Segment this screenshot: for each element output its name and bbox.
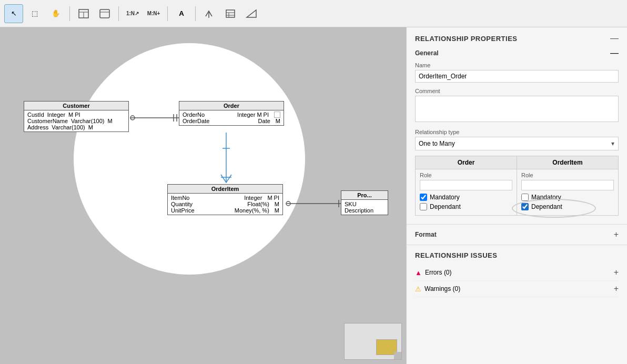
- entity-customer-body: CustIdIntegerM PI CustomerNameVarchar(10…: [24, 110, 128, 132]
- tool-pan[interactable]: ✋: [46, 4, 65, 23]
- panel-header-section: RELATIONSHIP PROPERTIES — General — Name…: [407, 27, 627, 225]
- order-mandatory-label: Mandatory: [430, 194, 460, 201]
- name-label: Name: [415, 62, 619, 68]
- tool-erase[interactable]: [242, 4, 261, 23]
- svg-rect-6: [226, 10, 235, 17]
- orderitem-role-input[interactable]: [521, 180, 614, 190]
- svg-line-11: [247, 10, 256, 17]
- tool-table[interactable]: [74, 4, 93, 23]
- sep-1: [69, 6, 70, 21]
- order-role-cell: Role Mandatory Dependant: [416, 169, 517, 216]
- right-panel: RELATIONSHIP PROPERTIES — General — Name…: [406, 27, 627, 364]
- role-row: Role Mandatory Dependant: [416, 169, 619, 216]
- order-mandatory-row: Mandatory: [420, 194, 512, 201]
- orderitem-dependant-label: Dependant: [531, 203, 562, 210]
- warnings-label: Warnings (0): [424, 285, 460, 292]
- comment-textarea[interactable]: [415, 96, 619, 122]
- rel-type-select[interactable]: One to Many One to One Many to Many: [415, 137, 619, 150]
- general-collapse-icon[interactable]: —: [610, 48, 619, 58]
- issues-section: RELATIONSHIP ISSUES ▲ Errors (0) + ⚠ War…: [407, 245, 627, 304]
- entity-orderitem-body: ItemNoIntegerM PI QuantityFloat(%)M Unit…: [168, 194, 282, 215]
- entity-customer-title: Customer: [24, 102, 128, 110]
- orderitem-role-cell: Role Mandatory Dependant: [517, 169, 619, 216]
- errors-row: ▲ Errors (0) +: [415, 265, 619, 281]
- entity-product-title: Pro...: [341, 191, 388, 200]
- entity-product-body: SKU Description: [341, 200, 388, 215]
- general-title: General: [415, 49, 439, 57]
- rel-columns-table: Order OrderItem Role Mandatory: [415, 156, 619, 216]
- entity-orderitem[interactable]: OrderItem ItemNoIntegerM PI QuantityFloa…: [167, 184, 283, 215]
- order-mandatory-checkbox[interactable]: [420, 194, 427, 201]
- orderitem-dependant-row: Dependant: [521, 203, 614, 210]
- entity-order[interactable]: Order OrderNoInteger M PI OrderDateDateM: [179, 101, 284, 126]
- svg-rect-3: [100, 9, 109, 18]
- main-area: Customer CustIdIntegerM PI CustomerNameV…: [0, 27, 627, 364]
- errors-label: Errors (0): [425, 269, 452, 276]
- entity-product[interactable]: Pro... SKU Description: [341, 190, 388, 215]
- tool-view[interactable]: [95, 4, 114, 23]
- warnings-expand-icon[interactable]: +: [614, 284, 619, 294]
- tool-marquee[interactable]: ⬚: [25, 4, 44, 23]
- entity-order-body: OrderNoInteger M PI OrderDateDateM: [179, 110, 284, 125]
- entity-customer[interactable]: Customer CustIdIntegerM PI CustomerNameV…: [24, 101, 129, 132]
- order-role-label: Role: [420, 172, 512, 178]
- tool-note[interactable]: A: [172, 4, 191, 23]
- warning-icon: ⚠: [415, 285, 421, 293]
- name-input[interactable]: [415, 70, 619, 83]
- entity-orderitem-title: OrderItem: [168, 185, 282, 194]
- general-subsection: General — Name Comment Relationship type…: [415, 48, 619, 216]
- panel-title: RELATIONSHIP PROPERTIES: [415, 35, 518, 43]
- tool-1n[interactable]: 1:N↗: [123, 4, 142, 23]
- canvas[interactable]: Customer CustIdIntegerM PI CustomerNameV…: [0, 27, 406, 364]
- entity-order-title: Order: [179, 102, 284, 110]
- tool-link[interactable]: [200, 4, 219, 23]
- comment-label: Comment: [415, 88, 619, 94]
- warnings-row: ⚠ Warnings (0) +: [415, 281, 619, 297]
- mini-map: [344, 323, 402, 360]
- sep-2: [118, 6, 119, 21]
- sep-3: [167, 6, 168, 21]
- format-section[interactable]: Format +: [407, 225, 627, 245]
- col-order-header: Order: [416, 156, 517, 169]
- orderitem-mandatory-row: Mandatory: [521, 194, 614, 201]
- order-dependant-label: Dependant: [430, 203, 461, 210]
- errors-expand-icon[interactable]: +: [614, 268, 619, 277]
- orderitem-dependant-checkbox[interactable]: [521, 203, 529, 210]
- orderitem-role-label: Role: [521, 172, 614, 178]
- collapse-icon[interactable]: —: [610, 34, 619, 43]
- scroll-resize[interactable]: [394, 352, 401, 359]
- format-title: Format: [415, 231, 437, 238]
- orderitem-mandatory-label: Mandatory: [531, 194, 561, 201]
- orderitem-mandatory-checkbox[interactable]: [521, 194, 529, 201]
- toolbar: ↖ ⬚ ✋ 1:N↗ M:N+ A: [0, 0, 627, 27]
- format-expand-icon[interactable]: +: [614, 230, 619, 239]
- tool-select[interactable]: ↖: [4, 4, 23, 23]
- tool-query[interactable]: [221, 4, 240, 23]
- col-orderitem-header: OrderItem: [517, 156, 619, 169]
- issues-title: RELATIONSHIP ISSUES: [415, 251, 619, 259]
- rel-type-label: Relationship type: [415, 129, 619, 135]
- order-dependant-row: Dependant: [420, 203, 512, 210]
- rel-type-select-wrapper: One to Many One to One Many to Many ▾: [415, 137, 619, 150]
- spotlight: [74, 43, 305, 275]
- order-dependant-checkbox[interactable]: [420, 203, 427, 210]
- order-role-input[interactable]: [420, 180, 512, 190]
- sep-4: [195, 6, 196, 21]
- tool-mn[interactable]: M:N+: [144, 4, 163, 23]
- error-icon: ▲: [415, 269, 422, 277]
